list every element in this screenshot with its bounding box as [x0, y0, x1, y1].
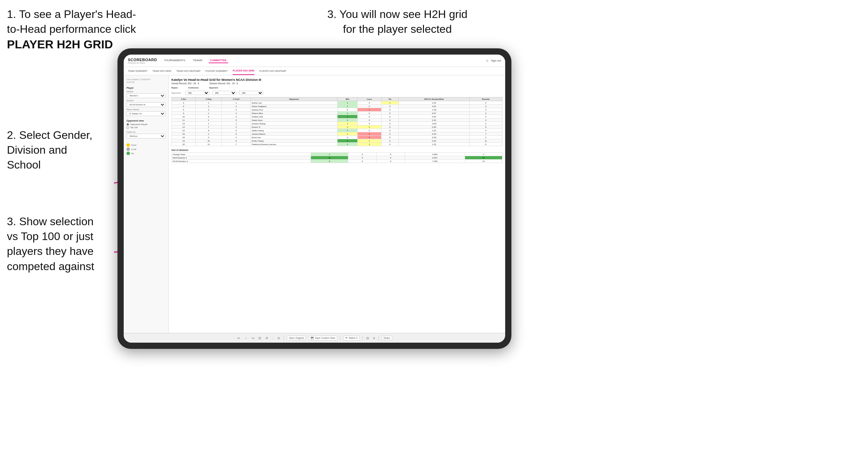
- cell-opponent: Heejo Hyun: [251, 118, 337, 122]
- cell-win: 15: [311, 156, 348, 160]
- region-select[interactable]: (All): [185, 91, 209, 95]
- sign-out-link[interactable]: Sign out: [491, 59, 501, 62]
- cell-opponent: Jessica Huang: [251, 122, 337, 125]
- cell-win: 4: [338, 139, 358, 143]
- grid-btn[interactable]: ⊡: [258, 336, 262, 341]
- data-table: # Div # Reg # Conf Opponent Win Loss Tie…: [171, 97, 502, 146]
- table-row: 16 1 3 Jessica Mason 1 2 0 -0.94 7: [172, 132, 502, 136]
- back-btn[interactable]: ←: [244, 336, 248, 341]
- cell-tie: 1: [381, 101, 399, 105]
- view-original-btn[interactable]: View: Original: [287, 336, 306, 340]
- cell-diff: 1.50: [399, 101, 469, 105]
- table-row: 6 3 3 Sydney Kuo 0 1 0 -1.00 3: [172, 108, 502, 112]
- cell-win: 2: [338, 125, 358, 129]
- instruction-top-left: 1. To see a Player's Head- to-Head perfo…: [7, 7, 138, 53]
- cell-opponent: NAIA Division 1: [172, 156, 311, 160]
- sub-nav-player-summary[interactable]: PLAYER SUMMARY: [206, 67, 228, 75]
- legend-label-down: Down: [131, 144, 136, 146]
- cell-loss: 0: [358, 105, 381, 108]
- division-record: Division Record: 331 - 34 - 6: [209, 82, 238, 85]
- cell-win: 1: [338, 132, 358, 136]
- cell-opponent: Sharon Mun: [251, 112, 337, 115]
- cell-rounds: 3: [469, 108, 502, 112]
- cell-rounds: 3: [469, 118, 502, 122]
- cell-diff: 3.67: [399, 112, 469, 115]
- col-header-div: # Div: [172, 97, 196, 101]
- filter-conference: Conference: [188, 87, 199, 89]
- gender-select[interactable]: Women's Men's: [126, 93, 166, 98]
- cell-win: 1: [338, 101, 358, 105]
- circle-btn[interactable]: ⊙: [277, 336, 281, 341]
- sub-nav-player-h2h-grid[interactable]: PLAYER H2H GRID: [233, 67, 254, 75]
- filter-region: Region: [171, 87, 178, 89]
- opponent-view-radio-group: Opponents Played Top 100: [126, 123, 166, 129]
- cell-div: 16: [172, 132, 196, 136]
- main-content: Last Updated: 27/03/202416:55:30 Player …: [124, 75, 505, 333]
- cell-diff: 3.33: [399, 118, 469, 122]
- cell-loss: 0: [358, 115, 381, 118]
- cell-div: 15: [172, 129, 196, 132]
- division-select[interactable]: NCAA Division III NCAA Division I NCAA D…: [126, 102, 166, 107]
- cell-reg: 2: [196, 118, 222, 122]
- cell-loss: 2: [358, 132, 381, 136]
- radio-opponents-played[interactable]: Opponents Played: [126, 123, 166, 126]
- player-rank-select[interactable]: 8. Katelyn Vo: [126, 111, 166, 116]
- cell-win: 2: [338, 143, 358, 146]
- opponent-filter-select[interactable]: (All): [239, 91, 263, 95]
- nav-item-teams[interactable]: TEAMS: [191, 58, 204, 63]
- cell-tie: 0: [381, 108, 399, 112]
- cell-rounds: 9: [469, 125, 502, 129]
- col-header-opponent: Opponent: [251, 97, 337, 101]
- cell-tie: 0: [381, 139, 399, 143]
- view-original-label: View: Original: [289, 337, 304, 339]
- table-row: 19 10 6 Emily Chang 4 1 0 0.30 11: [172, 139, 502, 143]
- cell-conf: 2: [222, 136, 251, 139]
- region-label: Region: [171, 87, 178, 89]
- nav-item-committee[interactable]: COMMITTEE: [209, 58, 228, 63]
- cell-tie: 0: [381, 125, 399, 129]
- filter-opponent: Opponent: [209, 87, 218, 89]
- cell-opponent: Stella Cheng: [251, 129, 337, 132]
- dot-btn[interactable]: ·: [272, 336, 274, 341]
- conference-label: Conference: [188, 87, 199, 89]
- col-header-diff: Diff Av Strokes/Rnd: [399, 97, 469, 101]
- toolbar-separator-2: [340, 336, 340, 341]
- sub-nav-team-summary[interactable]: TEAM SUMMARY: [128, 67, 148, 75]
- cell-diff: -5.00: [399, 136, 469, 139]
- legend-level: Level: [126, 147, 166, 151]
- cell-win: 5: [311, 160, 348, 163]
- cell-tie: 0: [377, 156, 405, 160]
- undo-btn[interactable]: ↩: [237, 336, 241, 341]
- cell-loss: 0: [358, 122, 381, 125]
- cell-win: 1: [338, 129, 358, 132]
- out-of-division: Out of division Foreign Team 1 0 0 4.500…: [171, 149, 502, 163]
- cell-conf: 4: [222, 112, 251, 115]
- radio-top-100[interactable]: Top 100: [126, 126, 166, 129]
- col-header-win: Win: [338, 97, 358, 101]
- table-row: 11 2 5 Heejo Hyun 1 0 0 3.33 3: [172, 118, 502, 122]
- share-btn[interactable]: Share: [381, 336, 392, 340]
- cell-reg: 2: [196, 136, 222, 139]
- instruction-top-right: 3. You will now see H2H gridfor the play…: [311, 7, 484, 37]
- cell-reg: 1: [196, 101, 222, 105]
- share-grid-btn[interactable]: ⊡: [366, 336, 370, 341]
- save-custom-view-btn[interactable]: 💾 Save Custom View: [309, 336, 337, 341]
- colour-by-select[interactable]: Win/loss: [126, 134, 166, 139]
- refresh-btn[interactable]: ↺: [265, 336, 269, 341]
- cell-diff: 1.25: [399, 129, 469, 132]
- redo-btn[interactable]: ↪: [251, 336, 255, 341]
- sub-nav-team-h2h-grid[interactable]: TEAM H2H GRID: [152, 67, 171, 75]
- menu-btn[interactable]: ≡: [372, 336, 376, 341]
- legend-dot-down: [126, 143, 130, 147]
- cell-div: 20: [172, 143, 196, 146]
- logo-area: SCOREBOARD Powered by clippd: [128, 58, 157, 64]
- nav-items: TOURNAMENTS TEAMS COMMITTEE: [162, 58, 228, 63]
- cell-opponent: Jessica Mason: [251, 132, 337, 136]
- sub-nav-team-h2h-heatmap[interactable]: TEAM H2H HEATMAP: [176, 67, 201, 75]
- conference-filter-select[interactable]: (All): [212, 91, 236, 95]
- sub-nav-player-h2h-heatmap[interactable]: PLAYER H2H HEATMAP: [259, 67, 286, 75]
- sign-in-link[interactable]: i |: [486, 59, 488, 62]
- watch-btn[interactable]: 👁 Watch ▾: [343, 336, 360, 341]
- nav-item-tournaments[interactable]: TOURNAMENTS: [162, 58, 187, 63]
- logo-text: SCOREBOARD: [128, 58, 157, 62]
